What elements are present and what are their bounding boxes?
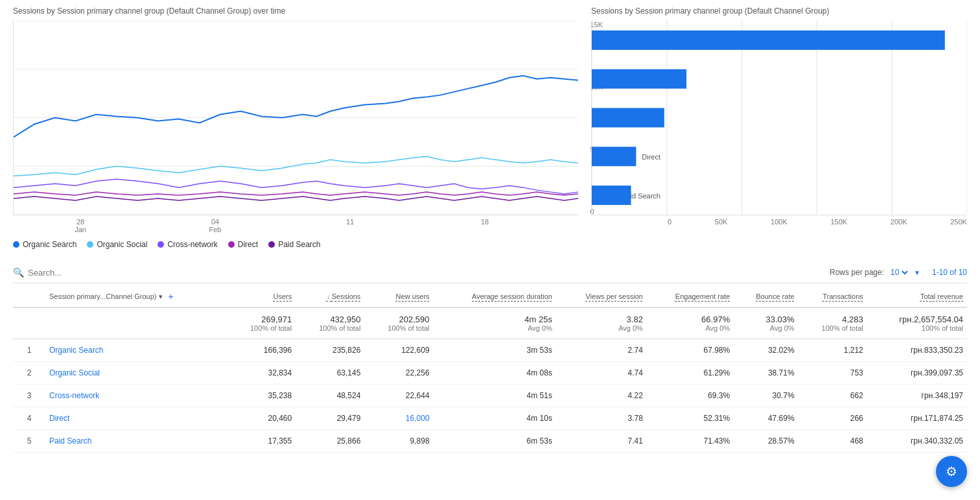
legend-label-cross-network: Cross-network: [167, 240, 217, 249]
row-5-engagement-rate: 71.43%: [647, 430, 734, 453]
row-3-index: 3: [13, 385, 45, 407]
bar-direct: [592, 147, 636, 166]
search-row: 🔍 Rows per page: 10 25 50 ▼ 1-10 of 10: [13, 262, 967, 283]
search-icon: 🔍: [13, 267, 24, 278]
col-header-channel[interactable]: Session primary...Channel Group) ▾ +: [45, 286, 227, 307]
line-chart-title: Sessions by Session primary channel grou…: [13, 6, 578, 16]
bar-x-axis: 0 50K 100K 150K 200K 250K: [591, 218, 967, 226]
row-1-bounce-rate: 32.02%: [734, 339, 798, 362]
total-revenue: грн.2,657,554.04: [871, 315, 963, 324]
row-3-new-users: 22,644: [364, 385, 433, 407]
col-header-avg-session[interactable]: Average session duration: [434, 286, 556, 307]
total-bounce-rate-sub: Avg 0%: [738, 324, 794, 332]
legend-label-paid-search: Paid Search: [278, 240, 320, 249]
col-add-icon[interactable]: +: [168, 291, 173, 302]
row-5-bounce-rate: 28.57%: [734, 430, 798, 453]
legend-dot-direct: [228, 241, 235, 248]
row-2-channel[interactable]: Organic Social: [45, 362, 227, 385]
bar-organic-search: [592, 30, 945, 50]
row-2-engagement-rate: 61.29%: [647, 362, 734, 385]
row-1-total-revenue: грн.833,350.23: [867, 339, 967, 362]
row-1-channel[interactable]: Organic Search: [45, 339, 227, 362]
row-5-channel[interactable]: Paid Search: [45, 430, 227, 453]
row-3-transactions: 662: [799, 385, 867, 407]
row-5-views-per-session: 7.41: [556, 430, 647, 453]
legend-dot-organic-search: [13, 241, 19, 248]
total-views-per-session-sub: Avg 0%: [560, 324, 643, 332]
col-header-sessions[interactable]: ↓ Sessions: [296, 286, 364, 307]
row-2-index: 2: [13, 362, 45, 385]
total-new-users-sub: 100% of total: [368, 324, 429, 332]
row-4-bounce-rate: 47.69%: [734, 407, 798, 430]
row-5-index: 5: [13, 430, 45, 453]
bottom-section: 🔍 Rows per page: 10 25 50 ▼ 1-10 of 10 S…: [0, 256, 980, 459]
row-5-avg-session: 6m 53s: [434, 430, 556, 453]
col-header-index: [13, 286, 45, 307]
line-chart-section: Sessions by Session primary channel grou…: [13, 6, 578, 256]
legend-dot-paid-search: [268, 241, 275, 248]
legend-item-paid-search: Paid Search: [268, 240, 320, 249]
row-3-users: 35,238: [227, 385, 296, 407]
table-row: 4 Direct 20,460 29,479 16,000 4m 10s 3.7…: [13, 407, 967, 430]
total-users: 269,971: [231, 315, 292, 324]
row-4-users: 20,460: [227, 407, 296, 430]
col-header-total-revenue[interactable]: Total revenue: [867, 286, 967, 307]
line-chart-svg: [14, 21, 578, 215]
total-sessions-sub: 100% of total: [299, 324, 360, 332]
legend-item-direct: Direct: [228, 240, 258, 249]
col-header-new-users[interactable]: New users: [364, 286, 433, 307]
total-engagement-rate-sub: Avg 0%: [651, 324, 730, 332]
row-4-views-per-session: 3.78: [556, 407, 647, 430]
row-2-total-revenue: грн.399,097.35: [867, 362, 967, 385]
legend-dot-cross-network: [158, 241, 164, 248]
legend-label-organic-search: Organic Search: [23, 240, 76, 249]
search-input[interactable]: [28, 268, 158, 278]
col-header-views-per-session[interactable]: Views per session: [556, 286, 647, 307]
row-2-sessions: 63,145: [296, 362, 364, 385]
chevron-down-icon: ▼: [914, 269, 920, 276]
bar-organic-social: [592, 69, 686, 89]
row-2-views-per-session: 4.74: [556, 362, 647, 385]
row-1-users: 166,396: [227, 339, 296, 362]
row-2-new-users: 22,256: [364, 362, 433, 385]
col-header-engagement-rate[interactable]: Engagement rate: [647, 286, 734, 307]
row-5-total-revenue: грн.340,332.05: [867, 430, 967, 453]
total-revenue-sub: 100% of total: [871, 324, 963, 332]
row-3-engagement-rate: 69.3%: [647, 385, 734, 407]
row-3-channel[interactable]: Cross-network: [45, 385, 227, 407]
row-1-transactions: 1,212: [799, 339, 867, 362]
row-5-new-users: 9,898: [364, 430, 433, 453]
search-box[interactable]: 🔍: [13, 267, 158, 278]
legend-item-organic-social: Organic Social: [87, 240, 147, 249]
row-5-transactions: 468: [799, 430, 867, 453]
col-header-bounce-rate[interactable]: Bounce rate: [734, 286, 798, 307]
col-dropdown-icon[interactable]: ▾: [159, 292, 163, 301]
bar-chart-section: Sessions by Session primary channel grou…: [591, 6, 967, 256]
row-4-total-revenue: грн.171,874.25: [867, 407, 967, 430]
col-header-channel-label: Session primary...Channel Group): [49, 292, 156, 300]
bar-paid-search: [592, 185, 631, 205]
bar-cross-network: [592, 108, 664, 128]
row-4-avg-session: 4m 10s: [434, 407, 556, 430]
rows-per-page-select[interactable]: 10 25 50: [888, 267, 910, 278]
row-3-total-revenue: грн.348,197: [867, 385, 967, 407]
total-engagement-rate: 66.97%: [651, 315, 730, 324]
rows-per-page-label: Rows per page:: [830, 268, 884, 277]
row-3-sessions: 48,524: [296, 385, 364, 407]
row-2-avg-session: 4m 08s: [434, 362, 556, 385]
row-4-channel[interactable]: Direct: [45, 407, 227, 430]
col-header-users[interactable]: Users: [227, 286, 296, 307]
row-3-avg-session: 4m 51s: [434, 385, 556, 407]
total-bounce-rate: 33.03%: [738, 315, 794, 324]
bar-chart-title: Sessions by Session primary channel grou…: [591, 6, 967, 16]
row-4-engagement-rate: 52.31%: [647, 407, 734, 430]
total-sessions: 432,950: [299, 315, 360, 324]
row-4-sessions: 29,479: [296, 407, 364, 430]
row-3-bounce-rate: 30.7%: [734, 385, 798, 407]
table-row: 2 Organic Social 32,834 63,145 22,256 4m…: [13, 362, 967, 385]
total-avg-session-sub: Avg 0%: [438, 324, 552, 332]
row-1-new-users: 122,609: [364, 339, 433, 362]
row-2-bounce-rate: 38.71%: [734, 362, 798, 385]
row-4-transactions: 266: [799, 407, 867, 430]
col-header-transactions[interactable]: Transactions: [799, 286, 867, 307]
